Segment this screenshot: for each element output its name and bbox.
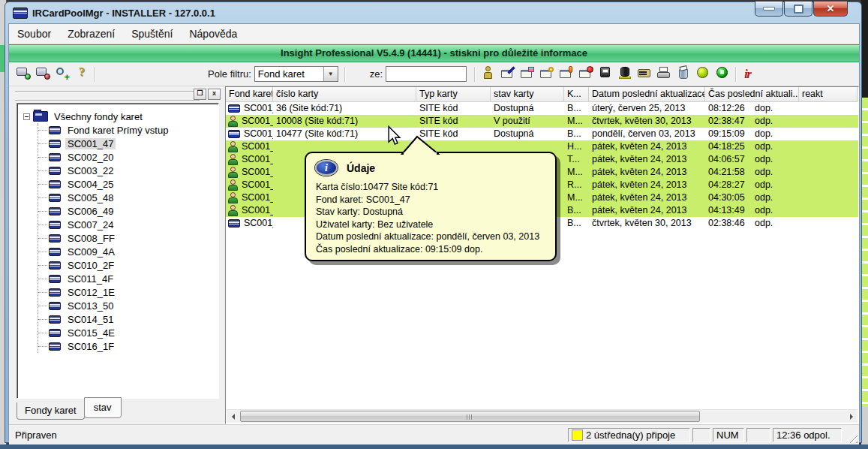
column-header-7[interactable]: Čas poslední aktuali... [705, 87, 799, 102]
ir-brand-logo: ir [740, 68, 755, 81]
credit-card-icon[interactable] [637, 65, 652, 80]
card-icon [49, 167, 61, 175]
tree-item-sc005_48[interactable]: SC005_48 [38, 191, 218, 204]
tree-item-label: SC009_4A [65, 246, 117, 258]
tree-item-sc002_20[interactable]: SC002_20 [38, 150, 218, 164]
reader-card-icon[interactable] [598, 65, 613, 80]
filter-from-input[interactable] [386, 66, 467, 82]
tooltip-line: Datum poslední aktualizace: pondělí, čer… [316, 231, 555, 243]
tree-root-item[interactable]: Všechny fondy karet [22, 110, 218, 123]
menu-item-spuštění[interactable]: Spuštění [123, 28, 181, 40]
time-value: 08:12:26 [708, 102, 755, 115]
resize-grip[interactable] [845, 431, 857, 443]
tree-item-fond karet prímý vstup[interactable]: Fond karet Prímý vstup [38, 123, 218, 137]
column-header-4[interactable]: stav karty [491, 87, 564, 102]
help-icon[interactable] [74, 65, 89, 80]
cell-k: B... [564, 217, 589, 230]
tree-item-sc014_51[interactable]: SC014_51 [38, 312, 218, 326]
delete-card-icon[interactable] [578, 65, 593, 80]
card-key-icon[interactable] [539, 65, 554, 80]
card-icon [49, 315, 61, 324]
reader-offline-icon[interactable] [35, 65, 50, 80]
tree-item-sc003_22[interactable]: SC003_22 [38, 164, 218, 177]
tree-item-sc012_1e[interactable]: SC012_1E [38, 285, 218, 299]
time-ampm: odp. [755, 167, 773, 177]
maximize-button[interactable] [784, 2, 812, 17]
tree-item-sc016_1f[interactable]: SC016_1F [38, 339, 218, 353]
background-bottom-sliver [0, 444, 868, 449]
tree-item-label: SC005_48 [65, 192, 116, 203]
search-add-icon[interactable] [55, 65, 70, 80]
cell-k: M... [564, 166, 589, 179]
reader-online-icon[interactable] [16, 65, 31, 80]
edit-card-icon[interactable] [500, 65, 515, 80]
panel-close-button[interactable]: x [208, 89, 221, 100]
filter-field-combobox[interactable]: Fond karet ▼ [254, 66, 338, 82]
tab-fondy-karet[interactable]: Fondy karet [17, 402, 85, 420]
table-row[interactable]: SC001_4710008 (Site kód:71)SITE kódV pou… [226, 115, 858, 128]
tree-item-sc007_24[interactable]: SC007_24 [38, 218, 218, 231]
card-icon [49, 194, 61, 202]
tree-item-label: SC007_24 [65, 219, 116, 231]
discard-card-icon[interactable] [676, 65, 691, 80]
tooltip-line: Uživatel karty: Bez uživatele [316, 218, 555, 231]
scrollbar-thumb[interactable] [240, 411, 700, 422]
menu-item-zobrazení[interactable]: Zobrazení [59, 28, 123, 40]
tree-item-sc004_25[interactable]: SC004_25 [38, 177, 218, 191]
card-icon [49, 342, 61, 351]
info-banner[interactable]: Insight Professional V5.4.9 (14441) - st… [9, 44, 859, 62]
tooltip-title: Údaje [347, 162, 375, 174]
tooltip-line: Karta číslo:10477 Site kód:71 [316, 181, 555, 194]
scroll-left-arrow-icon[interactable] [227, 410, 239, 423]
card-icon [49, 153, 61, 161]
tree-item-sc013_50[interactable]: SC013_50 [38, 299, 218, 312]
tree-item-sc006_49[interactable]: SC006_49 [38, 204, 218, 218]
pool-label: SC001_47 [242, 204, 273, 217]
column-header-8[interactable]: reakt [799, 87, 857, 102]
column-header-2[interactable]: číslo karty [273, 87, 416, 102]
table-row[interactable]: SC001_4710477 (Site kód:71)SITE kódDostu… [226, 128, 858, 140]
column-header-6[interactable]: Datum poslední aktualizace [589, 87, 705, 102]
cell-type: SITE kód [416, 115, 491, 128]
globe-status-icon[interactable] [695, 65, 710, 80]
tree-item-sc015_4e[interactable]: SC015_4E [38, 326, 218, 339]
panel-restore-button[interactable]: ❐ [194, 89, 206, 100]
status-cell-3: NUM [713, 428, 744, 442]
tree-collapse-icon[interactable] [23, 113, 30, 120]
print-icon[interactable] [656, 65, 671, 80]
cell-date: pátek, květen 24, 2013 [589, 179, 705, 191]
folder-icon [33, 111, 48, 122]
horizontal-scrollbar[interactable] [227, 409, 857, 423]
reader-device-icon[interactable] [617, 65, 632, 80]
time-ampm: odp. [755, 116, 773, 126]
scroll-right-arrow-icon[interactable] [845, 410, 857, 423]
menu-item-soubor[interactable]: Soubor [9, 28, 59, 40]
add-user-icon[interactable] [481, 65, 496, 80]
card-user-icon [228, 167, 238, 178]
title-bar[interactable]: IRCardPoolMgr - INSTALLER - 127.0.0.1 ✕ [8, 2, 858, 23]
card-photo-icon[interactable] [520, 65, 535, 80]
tree-item-sc011_4f[interactable]: SC011_4F [38, 272, 218, 285]
card-icon [228, 219, 240, 228]
close-button[interactable]: ✕ [813, 2, 848, 17]
scrollbar-track[interactable] [239, 410, 845, 423]
tree-item-sc001_47[interactable]: SC001_47 [38, 137, 218, 150]
tree-item-sc009_4a[interactable]: SC009_4A [38, 245, 218, 258]
minimize-button[interactable] [755, 2, 783, 17]
status-cell-text: NUM [716, 429, 739, 441]
tree-item-sc008_ff[interactable]: SC008_FF [38, 231, 218, 245]
toolbar: Pole filtru: Fond karet ▼ ze: ir [9, 62, 859, 86]
globe-online-icon[interactable] [715, 65, 730, 80]
panel-gripper[interactable] [15, 91, 200, 101]
card-user-icon [228, 205, 238, 216]
column-header-1[interactable]: Fond karet [226, 87, 273, 102]
tree-item-sc010_2f[interactable]: SC010_2F [38, 258, 218, 272]
tree-root-label: Všechny fondy karet [52, 111, 145, 122]
column-header-3[interactable]: Typ karty [416, 87, 491, 102]
chevron-down-icon[interactable]: ▼ [323, 67, 338, 81]
tab-stav[interactable]: stav [84, 397, 122, 418]
table-row[interactable]: SC001_4736 (Site kód:71)SITE kódDostupná… [226, 102, 858, 115]
column-header-5[interactable]: K... [564, 87, 589, 102]
menu-item-nápověda[interactable]: Nápověda [181, 28, 245, 40]
card-flag-icon[interactable] [559, 65, 574, 80]
